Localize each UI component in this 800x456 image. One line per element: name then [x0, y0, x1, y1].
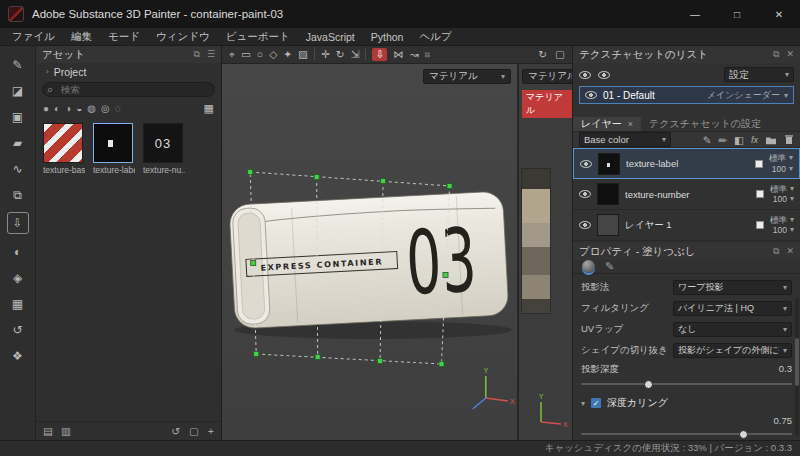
clone-icon[interactable]: ⧉ [7, 186, 29, 203]
polygon-select-icon[interactable]: ◇ [269, 49, 277, 60]
layer-row-layer-1[interactable]: レイヤー 1 標準▾ 100▾ [573, 210, 800, 241]
symmetry-icon[interactable]: ⋈ [393, 49, 404, 60]
projection-icon[interactable]: ▣ [7, 108, 29, 125]
eraser-icon[interactable]: ◪ [7, 82, 29, 99]
layer-row-texture-number[interactable]: texture-number 標準▾ 100▾ [573, 179, 800, 210]
menu-help[interactable]: ヘルプ [411, 30, 459, 44]
visibility-eye-icon[interactable] [579, 221, 591, 229]
project-tree-item[interactable]: › Project [36, 63, 221, 80]
visibility-eye-icon[interactable] [580, 160, 592, 168]
texture-view-icon[interactable]: ▦ [7, 295, 29, 312]
ellipse-select-icon[interactable]: ○ [257, 49, 263, 60]
shader-settings-icon[interactable]: ◈ [7, 269, 29, 286]
visibility-eye-icon[interactable] [598, 71, 610, 79]
depth-culling-section[interactable]: ▾ ✓ 深度カリング [573, 390, 800, 410]
uv-wrap-dropdown[interactable]: なし ▾ [673, 322, 792, 337]
menu-javascript[interactable]: JavaScript [298, 31, 363, 43]
frame-view-icon[interactable]: ▢ [555, 49, 565, 60]
plugins-icon[interactable]: ❖ [7, 347, 29, 364]
layer-mask-chip[interactable] [756, 221, 764, 229]
close-icon[interactable]: ✕ [786, 49, 794, 60]
menu-viewport[interactable]: ビューポート [218, 30, 298, 44]
blend-mode-select[interactable]: 標準▾ [770, 216, 794, 225]
material-mode-dropdown[interactable]: マテリアル ▾ [423, 69, 511, 84]
layer-row-texture-label[interactable]: texture-label 標準▾ 100▾ [573, 148, 800, 179]
add-brush-icon[interactable]: ✎ [702, 134, 711, 146]
close-button[interactable]: ✕ [758, 0, 800, 28]
add-fill-icon[interactable]: ◧ [734, 134, 744, 146]
snap-icon[interactable]: ⌗ [425, 49, 431, 60]
polygon-fill-icon[interactable]: ▰ [7, 134, 29, 151]
depth-culling-checkbox[interactable]: ✓ [591, 398, 601, 408]
frame-icon[interactable]: ▢ [189, 425, 199, 437]
add-pencil-icon[interactable]: ✏ [718, 134, 727, 146]
visibility-eye-icon[interactable] [585, 91, 597, 99]
move-icon[interactable]: ✛ [321, 49, 330, 60]
projection-mode-dropdown[interactable]: ワープ投影 ▾ [673, 280, 792, 295]
material-tab-icon[interactable] [582, 260, 595, 273]
trash-icon[interactable] [784, 134, 794, 145]
viewport-3d[interactable]: マテリアル ▾ [222, 64, 517, 440]
menu-mode[interactable]: モード [100, 30, 148, 44]
material-mode-dropdown-2d[interactable]: マテリアル [522, 69, 572, 84]
channel-dropdown[interactable]: Base color ▾ [579, 132, 671, 147]
scrollbar-thumb[interactable] [795, 338, 799, 386]
visibility-eye-icon[interactable] [579, 190, 591, 198]
layer-mask-chip[interactable] [756, 190, 764, 198]
filter-smart-materials-icon[interactable]: ◑ [65, 103, 71, 114]
fill-select-icon[interactable]: ▨ [298, 49, 308, 60]
smudge-icon[interactable]: ∿ [7, 160, 29, 177]
float-panel-icon[interactable]: ⧉ [773, 246, 779, 257]
settings-dropdown[interactable]: 設定 ▾ [724, 67, 794, 82]
projection-depth-slider[interactable] [581, 379, 792, 390]
rotate-icon[interactable]: ↻ [336, 49, 345, 60]
slider-knob[interactable] [739, 430, 748, 439]
filter-textures-icon[interactable]: ◌ [115, 103, 121, 114]
shape-crop-dropdown[interactable]: 投影がシェイプの外側に拡張 ▾ [673, 343, 792, 358]
minimize-button[interactable]: — [674, 0, 716, 28]
menu-window[interactable]: ウィンドウ [148, 30, 218, 44]
history-icon[interactable]: ↺ [7, 321, 29, 338]
rect-select-icon[interactable]: ▭ [241, 49, 251, 60]
display-settings-icon[interactable]: ◐ [7, 243, 29, 260]
paint-brush-icon[interactable]: ✎ [7, 56, 29, 73]
add-folder-icon[interactable] [765, 135, 777, 145]
layer-mask-chip[interactable] [755, 160, 763, 168]
menu-edit[interactable]: 編集 [63, 30, 100, 44]
pointer-icon[interactable]: ⌖ [229, 49, 235, 60]
opacity-select[interactable]: 100▾ [773, 195, 794, 204]
properties-scrollbar[interactable] [795, 298, 799, 436]
scale-icon[interactable]: ⇲ [351, 49, 360, 60]
filter-smart-masks-icon[interactable]: ◒ [76, 103, 82, 114]
visibility-eye-icon[interactable] [579, 71, 591, 79]
panel-menu-icon[interactable]: ☰ [207, 49, 215, 60]
list-view-icon[interactable]: ▤ [43, 425, 53, 437]
asset-texture-base[interactable]: texture-base [43, 123, 85, 175]
rotate-view-icon[interactable]: ↻ [538, 49, 547, 60]
close-tab-icon[interactable]: × [628, 119, 633, 129]
float-panel-icon[interactable]: ⧉ [773, 49, 779, 60]
projection-stamp-icon[interactable]: ⇩ [372, 48, 387, 61]
add-asset-button[interactable]: + [208, 425, 214, 437]
asset-texture-number[interactable]: 03 texture-nu... [143, 123, 185, 175]
texture-set-row[interactable]: 01 - Default メインシェーダー ▾ [579, 86, 794, 104]
menu-file[interactable]: ファイル [4, 30, 63, 44]
brush-tab-icon[interactable]: ✎ [605, 260, 614, 273]
detail-view-icon[interactable]: ▥ [61, 425, 71, 437]
filter-all-icon[interactable]: ● [43, 103, 49, 114]
filter-filters-icon[interactable]: ◍ [87, 103, 96, 114]
grid-view-icon[interactable]: ▦ [204, 102, 214, 115]
blend-mode-select[interactable]: 標準▾ [770, 185, 794, 194]
opacity-select[interactable]: 100▾ [772, 165, 793, 174]
maximize-button[interactable]: □ [716, 0, 758, 28]
slider-knob[interactable] [644, 380, 653, 389]
export-icon[interactable]: ⇩ [7, 212, 29, 234]
filter-materials-icon[interactable]: ◐ [54, 103, 60, 114]
blend-mode-select[interactable]: 標準▾ [769, 154, 793, 163]
search-input[interactable] [42, 82, 215, 97]
tab-texture-set-settings[interactable]: テクスチャセットの設定 [641, 117, 769, 131]
add-effect-icon[interactable]: fx [751, 135, 758, 145]
menu-python[interactable]: Python [363, 31, 412, 43]
filtering-dropdown[interactable]: バイリニア法 | HQ ▾ [673, 301, 792, 316]
opacity-select[interactable]: 100▾ [773, 226, 794, 235]
